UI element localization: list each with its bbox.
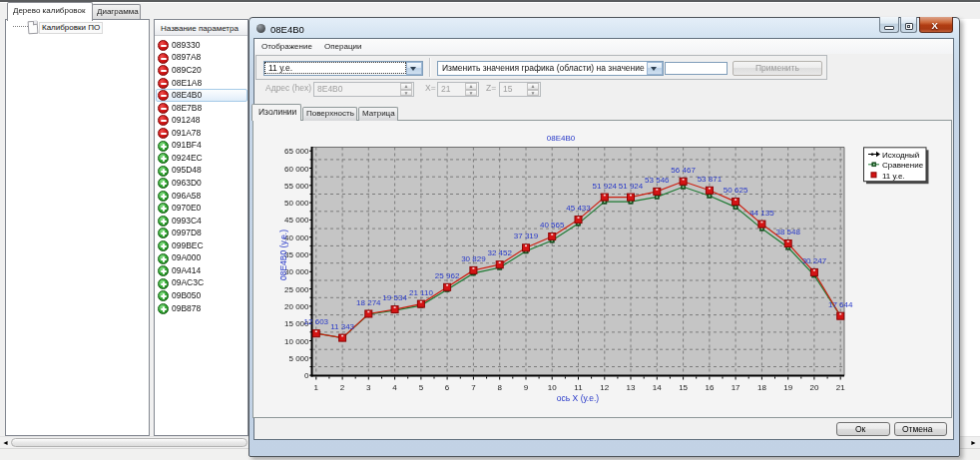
svg-text:53 871: 53 871 [698, 175, 723, 184]
svg-text:6: 6 [445, 383, 450, 392]
svg-text:17: 17 [732, 383, 740, 392]
svg-text:50 625: 50 625 [724, 186, 748, 195]
svg-text:1: 1 [314, 383, 319, 392]
svg-text:12: 12 [600, 383, 609, 392]
svg-text:37 319: 37 319 [514, 231, 539, 240]
svg-text:Исходный: Исходный [882, 151, 919, 160]
svg-text:19 534: 19 534 [382, 293, 407, 302]
svg-text:51 924: 51 924 [619, 182, 644, 191]
svg-text:19: 19 [783, 383, 792, 392]
svg-text:11: 11 [574, 383, 583, 392]
svg-text:8: 8 [497, 383, 502, 392]
svg-text:45 000: 45 000 [284, 216, 309, 225]
svg-text:10: 10 [548, 383, 557, 392]
svg-text:11 343: 11 343 [330, 322, 354, 331]
svg-text:25 962: 25 962 [435, 271, 460, 280]
svg-text:4: 4 [392, 383, 397, 392]
svg-text:20 000: 20 000 [284, 302, 309, 311]
svg-text:50 000: 50 000 [284, 199, 309, 208]
svg-text:5: 5 [419, 383, 424, 392]
svg-text:12 603: 12 603 [304, 317, 329, 326]
svg-text:51 924: 51 924 [593, 182, 618, 191]
svg-text:20: 20 [809, 383, 818, 392]
svg-text:35 000: 35 000 [284, 250, 309, 259]
svg-text:38 548: 38 548 [775, 228, 800, 236]
svg-text:11 у.е.: 11 у.е. [882, 172, 905, 181]
svg-text:21 110: 21 110 [409, 288, 433, 297]
svg-text:30 247: 30 247 [802, 256, 827, 265]
svg-text:53 546: 53 546 [645, 176, 670, 185]
svg-text:0: 0 [304, 371, 309, 380]
svg-text:45 433: 45 433 [566, 204, 591, 213]
svg-text:30 829: 30 829 [461, 254, 486, 263]
svg-text:9: 9 [524, 383, 529, 392]
svg-text:08E4B0 (у.е.): 08E4B0 (у.е.) [278, 230, 288, 280]
svg-text:30 000: 30 000 [284, 267, 309, 276]
svg-text:18 274: 18 274 [356, 298, 381, 307]
svg-text:13: 13 [627, 383, 636, 392]
svg-text:14: 14 [653, 383, 662, 392]
svg-text:2: 2 [340, 383, 345, 392]
svg-text:25 000: 25 000 [284, 285, 309, 294]
svg-text:18: 18 [757, 383, 766, 392]
svg-text:08E4B0: 08E4B0 [547, 134, 576, 143]
svg-text:3: 3 [366, 383, 371, 392]
svg-text:60 000: 60 000 [284, 165, 309, 174]
svg-text:5 000: 5 000 [288, 354, 309, 363]
svg-text:55 000: 55 000 [284, 182, 309, 191]
svg-text:15: 15 [679, 383, 688, 392]
svg-text:44 135: 44 135 [749, 209, 774, 218]
svg-text:10 000: 10 000 [284, 337, 309, 346]
svg-text:16: 16 [705, 383, 714, 392]
svg-text:Сравнение: Сравнение [882, 161, 924, 170]
svg-text:32 452: 32 452 [487, 248, 512, 257]
svg-text:21: 21 [836, 383, 845, 392]
svg-text:17 644: 17 644 [828, 300, 853, 309]
svg-text:56 467: 56 467 [671, 166, 696, 175]
svg-text:7: 7 [471, 383, 476, 392]
svg-text:40 000: 40 000 [284, 233, 309, 242]
svg-text:40 565: 40 565 [540, 221, 565, 230]
svg-text:65 000: 65 000 [284, 147, 309, 156]
svg-text:ось X (у.е.): ось X (у.е.) [557, 393, 599, 403]
